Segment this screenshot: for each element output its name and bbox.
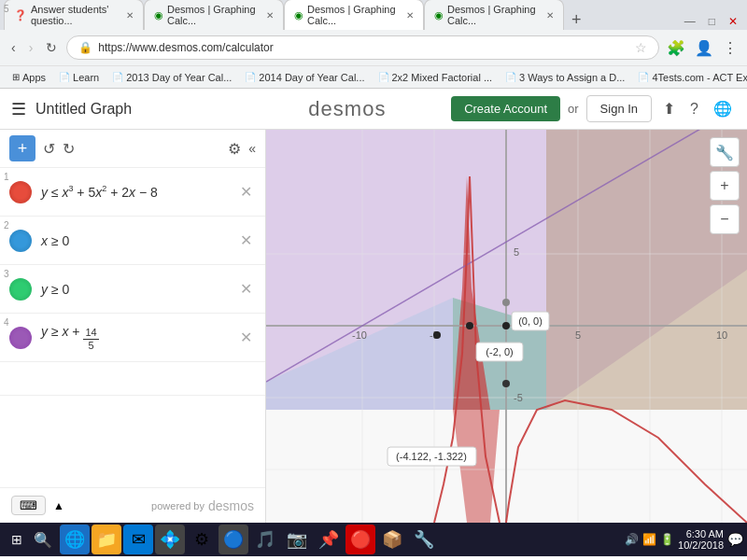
volume-button[interactable]: 🔊 xyxy=(625,533,639,546)
battery-button[interactable]: 🔋 xyxy=(660,533,674,546)
graph-toolbar: 🔧 + − xyxy=(710,137,740,234)
expression-list: 1 y ≤ x3 + 5x2 + 2x − 8 ✕ 2 x ≥ 0 ✕ xyxy=(0,168,265,487)
create-account-button[interactable]: Create Account xyxy=(451,96,560,121)
tab-3[interactable]: ◉ Desmos | Graphing Calc... ✕ xyxy=(424,0,564,30)
bookmark-learn[interactable]: 📄 Learn xyxy=(54,71,104,84)
new-tab-button[interactable]: + xyxy=(564,10,589,30)
settings-button[interactable]: ⚙ xyxy=(228,140,241,158)
close-button[interactable]: ✕ xyxy=(723,13,743,30)
bk2-icon: 📄 xyxy=(112,72,123,82)
zoom-in-button[interactable]: + xyxy=(710,171,740,201)
bookmark-4tests[interactable]: 📄 4Tests.com - ACT Ex... xyxy=(633,71,747,84)
taskbar-search-icon[interactable]: 🔍 xyxy=(30,529,56,551)
bk3-icon: 📄 xyxy=(245,72,256,82)
taskbar-app-camera[interactable]: 📷 xyxy=(282,525,312,554)
expression-toolbar: + ↺ ↻ ⚙ « xyxy=(0,130,265,168)
expr-delete-1[interactable]: ✕ xyxy=(236,181,256,203)
network-button[interactable]: 📶 xyxy=(642,533,656,546)
or-text: or xyxy=(568,102,579,116)
taskbar-app-tools[interactable]: 🔧 xyxy=(409,525,439,554)
graph-svg: -10 -5 5 10 5 -5 (0, 0) xyxy=(266,130,747,523)
back-button[interactable]: ‹ xyxy=(7,38,20,57)
svg-text:5: 5 xyxy=(575,329,581,341)
tab-close-0[interactable]: ✕ xyxy=(126,10,134,21)
hamburger-menu-button[interactable]: ☰ xyxy=(11,99,26,119)
expression-item-3[interactable]: 3 y ≥ 0 ✕ xyxy=(0,265,265,314)
collapse-button[interactable]: « xyxy=(248,141,256,156)
tab-0[interactable]: ❓ Answer students' questio... ✕ xyxy=(4,0,144,30)
forward-button[interactable]: › xyxy=(25,38,37,57)
menu-button[interactable]: ⋮ xyxy=(721,37,740,59)
bookmark-2x2[interactable]: 📄 2x2 Mixed Factorial ... xyxy=(374,71,498,84)
expr-delete-4[interactable]: ✕ xyxy=(236,327,256,348)
bookmark-apps[interactable]: ⊞ Apps xyxy=(7,71,50,84)
sign-in-button[interactable]: Sign In xyxy=(586,95,652,122)
graph-area[interactable]: -10 -5 5 10 5 -5 (0, 0) xyxy=(266,130,747,523)
taskbar-app-edge[interactable]: 🌐 xyxy=(60,525,90,554)
bookmark-2014-label: 2014 Day of Year Cal... xyxy=(259,72,364,83)
expr-text-3: y ≥ 0 xyxy=(41,282,236,297)
globe-button[interactable]: 🌐 xyxy=(710,96,736,121)
tab-favicon-3: ◉ xyxy=(434,9,444,21)
bk4-icon: 📄 xyxy=(378,72,389,82)
svg-point-30 xyxy=(502,299,510,306)
expr-delete-3[interactable]: ✕ xyxy=(236,278,256,300)
taskbar-app-mail[interactable]: ✉ xyxy=(123,525,153,554)
expression-item-5[interactable]: 5 xyxy=(0,362,265,396)
tab-close-3[interactable]: ✕ xyxy=(546,10,554,21)
expression-item-4[interactable]: 4 y ≥ x + 14 5 ✕ xyxy=(0,314,265,362)
minimize-button[interactable]: — xyxy=(679,13,701,30)
start-button[interactable]: ⊞ xyxy=(4,528,30,551)
keyboard-button[interactable]: ⌨ xyxy=(11,496,46,515)
desmos-footer-logo: desmos xyxy=(208,498,254,513)
zoom-out-button[interactable]: − xyxy=(710,204,740,234)
bookmark-3ways[interactable]: 📄 3 Ways to Assign a D... xyxy=(500,71,629,84)
taskbar-app-pin[interactable]: 📌 xyxy=(314,525,344,554)
redo-button[interactable]: ↻ xyxy=(63,140,75,158)
profile-button[interactable]: 👤 xyxy=(693,37,715,59)
expression-item-2[interactable]: 2 x ≥ 0 ✕ xyxy=(0,217,265,265)
expression-footer: ⌨ ▲ powered by desmos xyxy=(0,487,265,523)
undo-button[interactable]: ↺ xyxy=(43,140,55,158)
expr-delete-2[interactable]: ✕ xyxy=(236,230,256,251)
tab-label-1: Desmos | Graphing Calc... xyxy=(167,4,259,26)
bookmark-2013[interactable]: 📄 2013 Day of Year Cal... xyxy=(107,71,236,84)
share-button[interactable]: ⬆ xyxy=(659,96,679,121)
taskbar-app-cortana[interactable]: 💠 xyxy=(155,525,185,554)
tab-1[interactable]: ◉ Desmos | Graphing Calc... ✕ xyxy=(144,0,284,30)
taskbar-app-store[interactable]: 📦 xyxy=(377,525,407,554)
star-icon[interactable]: ☆ xyxy=(635,40,647,55)
maximize-button[interactable]: □ xyxy=(703,13,721,30)
tab-2[interactable]: ◉ Desmos | Graphing Calc... ✕ xyxy=(284,0,424,30)
taskbar-app-explorer[interactable]: 📁 xyxy=(92,525,121,554)
bookmark-learn-label: Learn xyxy=(73,72,99,83)
notification-button[interactable]: 💬 xyxy=(727,532,743,547)
taskbar-app-red[interactable]: 🔴 xyxy=(345,525,375,554)
tab-close-1[interactable]: ✕ xyxy=(266,10,274,21)
apps-icon: ⊞ xyxy=(12,72,20,82)
graph-title: Untitled Graph xyxy=(35,101,244,118)
extensions-button[interactable]: 🧩 xyxy=(665,37,687,59)
taskbar-app-settings[interactable]: ⚙ xyxy=(187,525,217,554)
taskbar-app-chrome[interactable]: 🔵 xyxy=(218,525,248,554)
address-bar[interactable]: 🔒 https://www.desmos.com/calculator ☆ xyxy=(66,35,659,60)
wrench-tool-button[interactable]: 🔧 xyxy=(710,137,740,167)
add-expression-button[interactable]: + xyxy=(9,135,35,161)
powered-by: powered by desmos xyxy=(151,498,254,513)
help-button[interactable]: ? xyxy=(686,97,702,121)
expr-text-2: x ≥ 0 xyxy=(41,233,236,248)
taskbar-right: 🔊 📶 🔋 6:30 AM 10/2/2018 💬 xyxy=(625,528,743,551)
reload-button[interactable]: ↻ xyxy=(42,38,61,57)
bk6-icon: 📄 xyxy=(638,72,649,82)
tab-favicon-1: ◉ xyxy=(154,9,163,21)
tab-favicon-0: ❓ xyxy=(14,9,27,21)
expand-button[interactable]: ▲ xyxy=(53,499,64,512)
desmos-logo: desmos xyxy=(244,97,452,121)
tab-close-2[interactable]: ✕ xyxy=(406,10,414,21)
expr-num-2: 2 xyxy=(4,220,9,231)
expression-item-1[interactable]: 1 y ≤ x3 + 5x2 + 2x − 8 ✕ xyxy=(0,168,265,217)
tab-bar: ❓ Answer students' questio... ✕ ◉ Desmos… xyxy=(0,0,747,30)
taskbar-app-media[interactable]: 🎵 xyxy=(250,525,280,554)
clock-date: 10/2/2018 xyxy=(678,539,724,551)
bookmark-2014[interactable]: 📄 2014 Day of Year Cal... xyxy=(240,71,369,84)
